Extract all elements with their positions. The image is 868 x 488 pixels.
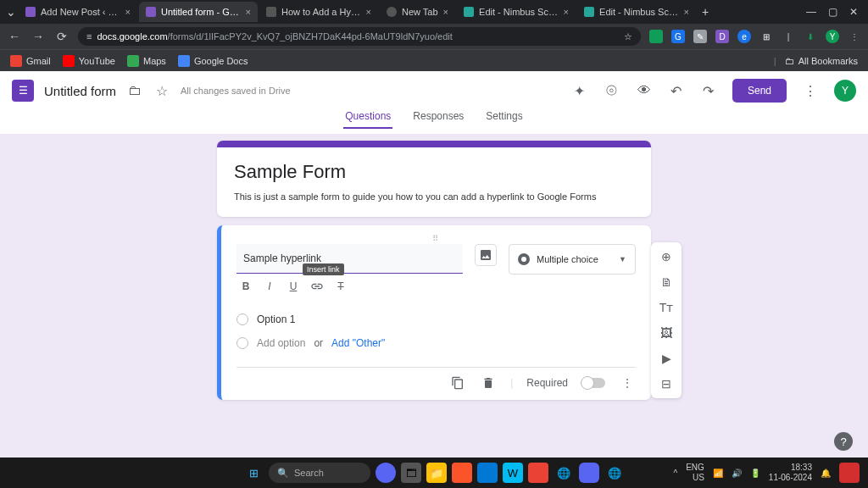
- more-icon[interactable]: ⋮: [802, 82, 819, 99]
- chevron-up-icon[interactable]: ^: [673, 469, 677, 478]
- preview-icon[interactable]: 👁: [636, 82, 653, 99]
- close-icon[interactable]: ×: [125, 7, 131, 17]
- back-button[interactable]: ←: [7, 30, 22, 43]
- form-heading[interactable]: Sample Form: [234, 161, 634, 183]
- profile-icon[interactable]: Y: [826, 30, 839, 43]
- start-button[interactable]: ⊞: [243, 463, 264, 483]
- folder-icon[interactable]: 🗀: [126, 82, 143, 99]
- question-input[interactable]: [236, 244, 463, 274]
- close-icon[interactable]: ×: [564, 7, 569, 17]
- add-image-button[interactable]: 🖼: [657, 324, 676, 342]
- browser-tab[interactable]: Edit - Nimbus Screenshot ×: [457, 2, 576, 22]
- more-icon[interactable]: ⋮: [619, 374, 636, 391]
- undo-icon[interactable]: ↶: [668, 82, 685, 99]
- taskbar-app-icon[interactable]: 🗔: [401, 463, 421, 483]
- tab-settings[interactable]: Settings: [484, 110, 524, 127]
- taskbar-app-icon[interactable]: [579, 463, 599, 483]
- taskbar-app-icon[interactable]: [452, 463, 472, 483]
- extension-icon[interactable]: [649, 30, 663, 43]
- drag-handle-icon[interactable]: ⠿: [236, 234, 636, 242]
- form-description[interactable]: This is just a sample form to guide you …: [234, 191, 634, 202]
- extensions-icon[interactable]: ⊞: [760, 30, 773, 43]
- menu-icon[interactable]: ⋮: [848, 30, 861, 43]
- url-input[interactable]: ≡ docs.google.com/forms/d/1lIFacPY2v_KvQ…: [78, 27, 641, 46]
- extension-icon[interactable]: e: [737, 30, 751, 43]
- send-button[interactable]: Send: [732, 79, 787, 103]
- browser-tab[interactable]: Add New Post ‹ Extended ×: [19, 2, 137, 22]
- forms-logo-icon[interactable]: ☰: [12, 80, 34, 102]
- battery-icon[interactable]: 🔋: [750, 469, 760, 478]
- clear-format-button[interactable]: T: [331, 277, 350, 296]
- forward-button[interactable]: →: [31, 30, 46, 43]
- addons-icon[interactable]: ✦: [571, 82, 588, 99]
- add-question-button[interactable]: ⊕: [657, 247, 676, 266]
- new-tab-button[interactable]: +: [698, 5, 713, 19]
- bookmark-item[interactable]: Gmail: [10, 55, 51, 67]
- option-row[interactable]: Option 1: [236, 308, 636, 331]
- bookmark-item[interactable]: Google Docs: [178, 55, 248, 67]
- taskbar-app-icon[interactable]: W: [503, 463, 523, 483]
- clock[interactable]: 18:33 11-06-2024: [769, 463, 812, 483]
- italic-button[interactable]: I: [260, 277, 279, 296]
- tab-responses[interactable]: Responses: [411, 110, 465, 127]
- taskbar-app-icon[interactable]: [528, 463, 548, 483]
- tab-questions[interactable]: Questions: [343, 110, 392, 129]
- add-video-button[interactable]: ▶: [657, 349, 676, 368]
- extension-icon[interactable]: ✎: [693, 30, 707, 43]
- taskbar-app-icon[interactable]: 📁: [426, 463, 447, 483]
- close-icon[interactable]: ×: [684, 7, 689, 17]
- close-icon[interactable]: ×: [366, 7, 371, 17]
- close-icon[interactable]: ×: [246, 7, 251, 17]
- add-other-button[interactable]: Add "Other": [331, 337, 385, 349]
- close-icon[interactable]: ×: [443, 7, 448, 17]
- close-icon[interactable]: ✕: [849, 6, 858, 18]
- bookmark-item[interactable]: YouTube: [63, 55, 115, 67]
- volume-icon[interactable]: 🔊: [732, 469, 742, 478]
- star-icon[interactable]: ☆: [624, 31, 632, 42]
- extension-icon[interactable]: G: [671, 30, 685, 43]
- star-icon[interactable]: ☆: [153, 82, 170, 99]
- bold-button[interactable]: B: [236, 277, 255, 296]
- import-button[interactable]: 🗎: [657, 273, 676, 291]
- taskbar-app-icon[interactable]: [477, 463, 498, 483]
- maximize-icon[interactable]: ▢: [828, 6, 837, 18]
- form-title-card[interactable]: Sample Form This is just a sample form t…: [217, 141, 651, 217]
- notification-icon[interactable]: 🔔: [821, 469, 831, 478]
- question-card[interactable]: ⠿ Insert link B I U T: [217, 225, 651, 400]
- add-image-button[interactable]: [475, 244, 497, 266]
- browser-tab[interactable]: How to Add a Hyperlink t ×: [259, 2, 378, 22]
- site-info-icon[interactable]: ≡: [86, 31, 92, 42]
- palette-icon[interactable]: ⦾: [604, 82, 620, 99]
- language-indicator[interactable]: ENG US: [686, 463, 704, 483]
- add-section-button[interactable]: ⊟: [657, 374, 676, 393]
- avatar[interactable]: Y: [834, 80, 856, 102]
- add-title-button[interactable]: Tᴛ: [657, 298, 676, 317]
- link-button[interactable]: [308, 277, 326, 296]
- question-type-select[interactable]: Multiple choice ▼: [509, 244, 636, 274]
- redo-icon[interactable]: ↷: [700, 82, 717, 99]
- option-text[interactable]: Option 1: [257, 313, 295, 325]
- browser-tab[interactable]: Untitled form - Google Fo ×: [139, 2, 258, 22]
- all-bookmarks-button[interactable]: 🗀 All Bookmarks: [785, 56, 858, 66]
- taskbar-app-icon[interactable]: [839, 463, 860, 483]
- browser-tab[interactable]: Edit - Nimbus Screenshot ×: [577, 2, 696, 22]
- taskbar-app-icon[interactable]: 🌐: [554, 463, 574, 483]
- form-title[interactable]: Untitled form: [44, 84, 116, 98]
- taskbar-app-icon[interactable]: 🌐: [604, 463, 625, 483]
- help-button[interactable]: ?: [834, 432, 853, 451]
- taskbar-app-icon[interactable]: [376, 463, 396, 483]
- extension-icon[interactable]: D: [715, 30, 729, 43]
- minimize-icon[interactable]: —: [806, 6, 816, 18]
- required-toggle[interactable]: [581, 378, 605, 388]
- delete-button[interactable]: [480, 374, 497, 391]
- download-icon[interactable]: ⬇: [804, 30, 817, 43]
- taskbar-search[interactable]: 🔍 Search: [269, 463, 370, 483]
- add-option-button[interactable]: Add option: [257, 337, 305, 349]
- browser-tab[interactable]: New Tab ×: [380, 2, 455, 22]
- wifi-icon[interactable]: 📶: [713, 469, 723, 478]
- duplicate-button[interactable]: [449, 374, 466, 391]
- tab-list-button[interactable]: ⌄: [3, 5, 19, 19]
- underline-button[interactable]: U: [284, 277, 303, 296]
- reload-button[interactable]: ⟳: [54, 30, 70, 43]
- bookmark-item[interactable]: Maps: [127, 55, 166, 67]
